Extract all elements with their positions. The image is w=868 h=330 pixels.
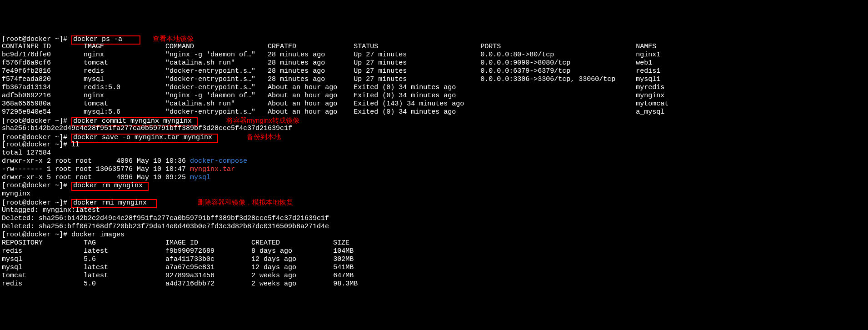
container-id: f576fd6a9cf6 [2,59,84,67]
file-mysql: mysql [190,174,210,181]
image-created: 12 days ago [251,255,333,263]
terminal-line: Deleted: sha256:b142b2e2d49c4e28f951fa27… [2,215,866,223]
terminal-line: redis 5.0 a4d3716dbb72 2 weeks ago 98.3M… [2,280,866,288]
terminal-line: [root@docker ~]# docker save -o mynginx.… [2,133,866,141]
image-name: tomcat [84,59,165,67]
file-mynginx.tar: mynginx.tar [190,165,235,173]
ports: 0.0.0.0:9090->8080/tcp [480,59,636,67]
ll-total: total 127584 [2,149,51,157]
terminal-line: redis latest f9b990972689 8 days ago 104… [2,247,866,255]
image-tag: 5.6 [84,255,165,263]
ports [480,100,636,108]
container-name: mynginx [636,92,664,100]
ports: 0.0.0.0:6379->6379/tcp [480,67,636,75]
image-created: 12 days ago [251,264,333,271]
terminal-line: adf5b0692216 nginx "nginx -g 'daemon of…… [2,92,866,100]
terminal-line: REPOSITORY TAG IMAGE ID CREATED SIZE [2,239,866,247]
shell-prompt: [root@docker ~]# [2,134,71,141]
image-size: 98.3MB [333,280,358,288]
terminal-line: tomcat latest 927899a31456 2 weeks ago 6… [2,272,866,280]
container-name: nginx1 [636,51,660,59]
created: 28 minutes ago [268,51,354,59]
image-created: 2 weeks ago [251,272,333,280]
terminal-line: bc9d7176dfe0 nginx "nginx -g 'daemon of…… [2,51,866,59]
created: About an hour ago [268,84,354,91]
terminal-line: 7e49f6fb2816 redis "docker-entrypoint.s…… [2,67,866,75]
shell-prompt: [root@docker ~]# [2,231,71,239]
ports [480,92,636,100]
ports: 0.0.0.0:80->80/tcp [480,51,636,59]
image-name: redis:5.0 [84,84,165,91]
terminal-line: Deleted: sha256:bff067168df720bb23f79da1… [2,223,866,231]
container-name: mysql1 [636,75,660,83]
image-id: f9b990972689 [165,247,251,255]
image-id: a4d3716dbb72 [165,280,251,288]
created: About an hour ago [268,92,354,100]
annotation-save: 备份到本地 [247,133,281,140]
command-docker-images: docker images [71,231,125,239]
terminal-line: sha256:b142b2e2d49c4e28f951fa277ca0b5979… [2,125,866,133]
annotation-view-images: 查看本地镜像 [153,35,194,42]
image-size: 104MB [333,247,354,255]
image-name: nginx [84,51,165,59]
image-id: afa411733b0c [165,255,251,263]
terminal-line: 97295e840e54 mysql:5.6 "docker-entrypoin… [2,108,866,116]
status: Up 27 minutes [354,75,480,83]
image-name: mysql [84,75,165,83]
terminal-line: drwxr-xr-x 2 root root 4096 May 10 10:36… [2,157,866,165]
container-id: 368a6565980a [2,100,84,108]
container-name: myredis [636,84,664,91]
image-repo: redis [2,280,84,288]
shell-prompt: [root@docker ~]# [2,182,71,190]
command: "catalina.sh run" [165,59,268,67]
status: Exited (0) 34 minutes ago [354,84,480,91]
rmi-output-line: Deleted: sha256:b142b2e2d49c4e28f951fa27… [2,215,329,222]
terminal-line: [root@docker ~]# docker commit mynginx m… [2,116,866,125]
annotation-delete: 删除容器和镜像，模拟本地恢复 [198,198,293,206]
terminal-output: [root@docker ~]# docker ps -a 查看本地镜像CONT… [2,35,866,288]
image-id: 927899a31456 [165,272,251,280]
image-size: 302MB [333,255,354,263]
created: 28 minutes ago [268,67,354,75]
terminal-line: CONTAINER ID IMAGE COMMAND CREATED STATU… [2,43,866,51]
terminal-line: -rw------- 1 root root 130635776 May 10 … [2,165,866,174]
image-tag: latest [84,272,165,280]
terminal-line: drwxr-xr-x 5 root root 4096 May 10 09:25… [2,174,866,182]
image-size: 647MB [333,272,354,280]
rm-output: mynginx [2,190,30,198]
container-id: fb367ad13134 [2,84,84,91]
image-repo: redis [2,247,84,255]
terminal-line: [root@docker ~]# docker ps -a 查看本地镜像 [2,35,866,43]
image-name: nginx [84,92,165,100]
command-ll: ll [71,141,80,149]
container-id: bc9d7176dfe0 [2,51,84,59]
status: Up 27 minutes [354,59,480,67]
created: 28 minutes ago [268,75,354,83]
image-tag: latest [84,247,165,255]
image-tag: latest [84,264,165,271]
image-repo: mysql [2,264,84,271]
terminal-line: total 127584 [2,149,866,157]
command-docker-rm: docker rm mynginx [71,182,149,191]
command: "nginx -g 'daemon of…" [165,51,268,59]
shell-prompt: [root@docker ~]# [2,141,71,149]
terminal-line: f574feada820 mysql "docker-entrypoint.s…… [2,75,866,84]
status: Exited (0) 34 minutes ago [354,108,480,116]
created: 28 minutes ago [268,59,354,67]
terminal-line: mysql 5.6 afa411733b0c 12 days ago 302MB [2,255,866,264]
command: "docker-entrypoint.s…" [165,108,268,116]
image-created: 2 weeks ago [251,280,333,288]
created: About an hour ago [268,108,354,116]
command: "nginx -g 'daemon of…" [165,92,268,100]
shell-prompt: [root@docker ~]# [2,117,71,125]
terminal-line: mysql latest a7a67c95e831 12 days ago 54… [2,264,866,272]
command: "catalina.sh run" [165,100,268,108]
image-id: a7a67c95e831 [165,264,251,271]
container-name: redis1 [636,67,660,75]
image-name: redis [84,67,165,75]
status: Up 27 minutes [354,67,480,75]
image-size: 541MB [333,264,354,271]
ports [480,108,636,116]
annotation-commit: 将容器mynginx转成镜像 [226,116,299,124]
command: "docker-entrypoint.s…" [165,75,268,83]
